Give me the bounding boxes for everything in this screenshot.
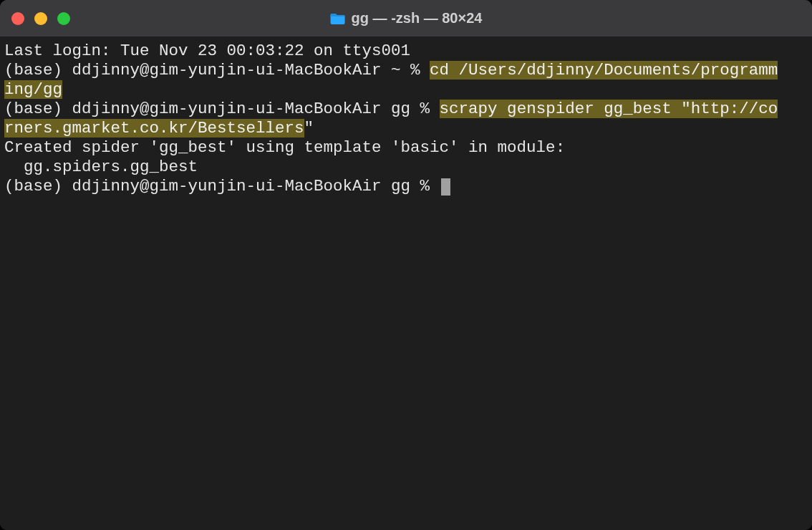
fullscreen-icon[interactable] xyxy=(57,12,70,25)
window-title: gg — -zsh — 80×24 xyxy=(330,10,483,26)
cmd-2-tail: " xyxy=(304,119,314,138)
close-icon[interactable] xyxy=(11,12,24,25)
cmd-1-cont: ing/gg xyxy=(4,80,808,100)
window-title-text: gg — -zsh — 80×24 xyxy=(352,10,483,26)
cmd-2-part-a: scrapy genspider gg_best "http://co xyxy=(440,100,778,118)
titlebar[interactable]: gg — -zsh — 80×24 xyxy=(0,0,812,37)
prompt-line-2: (base) ddjinny@gim-yunjin-ui-MacBookAir … xyxy=(4,100,808,119)
last-login-line: Last login: Tue Nov 23 00:03:22 on ttys0… xyxy=(4,42,808,61)
prompt-line-3: (base) ddjinny@gim-yunjin-ui-MacBookAir … xyxy=(4,177,808,196)
cmd-1-part-a: cd /Users/ddjinny/Documents/programm xyxy=(430,61,778,80)
prompt-line-1: (base) ddjinny@gim-yunjin-ui-MacBookAir … xyxy=(4,61,808,80)
prompt-1: (base) ddjinny@gim-yunjin-ui-MacBookAir … xyxy=(4,61,430,80)
terminal-window: gg — -zsh — 80×24 Last login: Tue Nov 23… xyxy=(0,0,812,530)
cmd-2-cont: rners.gmarket.co.kr/Bestsellers" xyxy=(4,119,808,138)
cursor-icon xyxy=(441,178,450,196)
prompt-2: (base) ddjinny@gim-yunjin-ui-MacBookAir … xyxy=(4,100,440,118)
output-line-2: gg.spiders.gg_best xyxy=(4,158,808,177)
traffic-lights xyxy=(11,12,70,25)
minimize-icon[interactable] xyxy=(34,12,47,25)
terminal-output[interactable]: Last login: Tue Nov 23 00:03:22 on ttys0… xyxy=(0,37,812,530)
cmd-2-part-b: rners.gmarket.co.kr/Bestsellers xyxy=(4,119,304,138)
folder-icon xyxy=(330,12,346,25)
output-line-1: Created spider 'gg_best' using template … xyxy=(4,138,808,158)
cmd-1-part-b: ing/gg xyxy=(4,80,62,99)
prompt-3: (base) ddjinny@gim-yunjin-ui-MacBookAir … xyxy=(4,177,440,196)
